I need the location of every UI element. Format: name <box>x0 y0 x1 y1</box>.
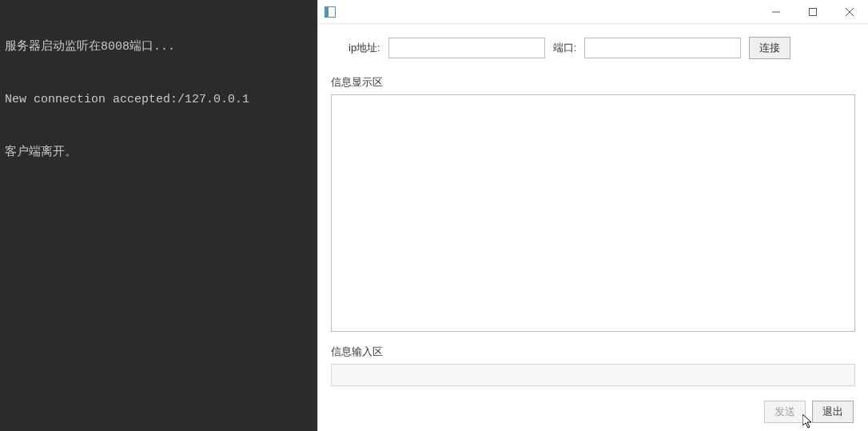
message-input[interactable] <box>331 364 855 386</box>
port-label: 端口: <box>553 41 577 55</box>
minimize-button[interactable] <box>758 0 794 24</box>
close-icon <box>846 8 854 16</box>
titlebar <box>318 0 868 24</box>
svg-rect-1 <box>810 9 817 16</box>
app-icon <box>325 6 336 18</box>
titlebar-left <box>325 6 340 18</box>
client-window: ip地址: 端口: 连接 信息显示区 信息输入区 发送 退出 <box>317 0 868 431</box>
close-button[interactable] <box>831 0 868 24</box>
display-area-label: 信息显示区 <box>331 75 855 90</box>
terminal-line: 客户端离开。 <box>5 144 313 162</box>
ip-input[interactable] <box>388 38 545 58</box>
exit-button[interactable]: 退出 <box>812 401 854 423</box>
ip-label: ip地址: <box>348 41 380 55</box>
terminal-pane: 服务器启动监听在8008端口... New connection accepte… <box>0 0 317 431</box>
terminal-line: 服务器启动监听在8008端口... <box>5 38 313 56</box>
connect-row: ip地址: 端口: 连接 <box>331 37 855 59</box>
titlebar-controls <box>758 0 868 23</box>
connect-button[interactable]: 连接 <box>749 37 790 59</box>
window-content: ip地址: 端口: 连接 信息显示区 信息输入区 发送 退出 <box>318 24 868 431</box>
minimize-icon <box>772 8 780 16</box>
message-display-area[interactable] <box>331 94 855 332</box>
terminal-line: New connection accepted:/127.0.0.1 <box>5 91 313 109</box>
maximize-icon <box>809 8 817 16</box>
port-input[interactable] <box>584 38 741 58</box>
footer-row: 发送 退出 <box>331 401 855 423</box>
send-button[interactable]: 发送 <box>764 401 806 423</box>
input-area-label: 信息输入区 <box>331 345 855 359</box>
maximize-button[interactable] <box>794 0 831 24</box>
